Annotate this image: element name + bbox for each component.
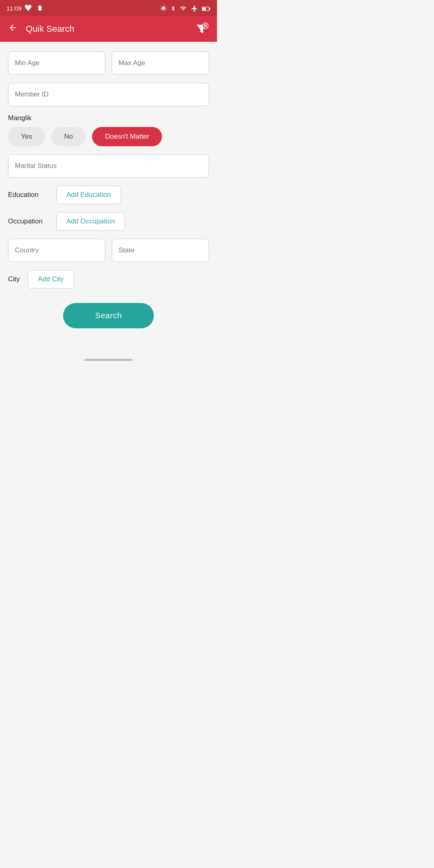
min-age-input[interactable] xyxy=(8,51,105,75)
snapchat-icon xyxy=(36,4,43,12)
member-id-input[interactable] xyxy=(8,83,209,106)
wifi-icon xyxy=(179,4,187,12)
search-button[interactable]: Search xyxy=(63,303,154,328)
heart-icon xyxy=(25,4,33,12)
app-bar-title: Quik Search xyxy=(26,24,74,34)
education-row: Education Add Education xyxy=(8,186,209,204)
add-city-button[interactable]: Add City xyxy=(28,270,74,289)
back-button[interactable] xyxy=(6,21,19,37)
bluetooth-icon xyxy=(170,4,176,12)
alarm-icon xyxy=(160,4,167,12)
country-input[interactable] xyxy=(8,239,105,262)
manglik-section: Manglik Yes No Doesn't Matter xyxy=(8,114,209,146)
manglik-no-button[interactable]: No xyxy=(51,127,86,146)
home-indicator xyxy=(0,354,217,365)
battery-icon xyxy=(202,4,211,11)
app-bar-left: Quik Search xyxy=(6,21,74,37)
add-education-button[interactable]: Add Education xyxy=(56,186,121,204)
manglik-yes-button[interactable]: Yes xyxy=(8,127,45,146)
filter-clear-button[interactable] xyxy=(193,20,211,38)
time-display: 11:09 xyxy=(6,5,22,12)
education-label: Education xyxy=(8,191,48,199)
search-wrap: Search xyxy=(8,303,209,328)
status-bar: 11:09 xyxy=(0,0,217,16)
occupation-row: Occupation Add Occupation xyxy=(8,212,209,231)
max-age-input[interactable] xyxy=(112,51,209,75)
add-occupation-button[interactable]: Add Occupation xyxy=(56,212,125,231)
member-id-wrap xyxy=(8,83,209,106)
manglik-doesnt-matter-button[interactable]: Doesn't Matter xyxy=(92,127,162,146)
svg-rect-1 xyxy=(209,8,210,10)
marital-status-wrap xyxy=(8,154,209,178)
main-content: Manglik Yes No Doesn't Matter Education … xyxy=(0,42,217,354)
app-bar: Quik Search xyxy=(0,16,217,42)
city-label: City xyxy=(8,275,20,283)
home-bar xyxy=(84,359,133,361)
age-row xyxy=(8,51,209,75)
svg-rect-2 xyxy=(202,7,206,10)
status-right xyxy=(160,4,211,12)
manglik-label: Manglik xyxy=(8,114,209,122)
manglik-options: Yes No Doesn't Matter xyxy=(8,127,209,146)
location-row xyxy=(8,239,209,262)
airplane-icon xyxy=(190,4,199,12)
marital-status-input[interactable] xyxy=(8,154,209,178)
occupation-label: Occupation xyxy=(8,217,48,225)
city-row: City Add City xyxy=(8,270,209,289)
status-left: 11:09 xyxy=(6,4,43,12)
state-input[interactable] xyxy=(112,239,209,262)
